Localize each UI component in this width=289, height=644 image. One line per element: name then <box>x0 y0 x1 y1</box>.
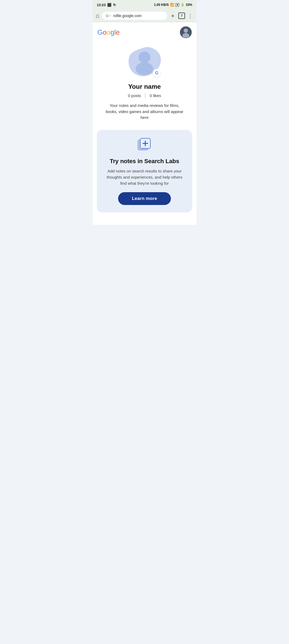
svg-point-4 <box>136 62 153 75</box>
google-header: Google <box>93 22 196 41</box>
browser-bar: ⌂ ⊙− rofile.google.com ＋ 7 ⋮ <box>93 10 196 22</box>
status-bar: 13:23 ⬛ ↻ 1.00 KB/S 📶 ✕ 🔋 33% <box>93 0 196 10</box>
cast-icon: ⬛ <box>107 3 111 7</box>
url-display: rofile.google.com <box>113 14 142 18</box>
home-icon[interactable]: ⌂ <box>96 12 99 19</box>
speed-display: 1.00 KB/S <box>154 3 169 7</box>
profile-avatar: G <box>127 46 162 78</box>
labs-title: Try notes in Search Labs <box>110 158 179 165</box>
new-tab-icon[interactable]: ＋ <box>170 12 176 20</box>
status-time: 13:23 ⬛ ↻ <box>97 3 116 7</box>
avatar-image <box>180 26 192 38</box>
search-labs-card: Try notes in Search Labs Add notes on se… <box>97 130 192 213</box>
logo-g2: g <box>110 28 114 37</box>
svg-point-2 <box>182 33 189 38</box>
profile-description: Your notes and media reviews for films, … <box>105 103 184 121</box>
status-right: 1.00 KB/S 📶 ✕ 🔋 33% <box>154 3 192 7</box>
google-badge: G <box>153 69 161 77</box>
learn-more-button[interactable]: Learn more <box>118 192 171 205</box>
profile-stats: 0 posts 0 likes <box>128 93 161 98</box>
security-icon: ⊙− <box>106 14 111 18</box>
battery-display: 33% <box>186 3 192 7</box>
svg-point-3 <box>139 51 150 63</box>
likes-count: 0 likes <box>150 93 161 98</box>
avatar[interactable] <box>180 26 192 38</box>
wifi-icon: 📶 <box>170 3 174 7</box>
sim-icon: ✕ <box>175 3 179 7</box>
logo-o1: o <box>103 28 106 37</box>
posts-count: 0 posts <box>128 93 141 98</box>
address-bar[interactable]: ⊙− rofile.google.com <box>102 12 167 20</box>
tab-count-button[interactable]: 7 <box>178 13 185 19</box>
menu-icon[interactable]: ⋮ <box>188 13 193 19</box>
profile-section: G Your name 0 posts 0 likes Your notes a… <box>93 41 196 123</box>
stat-divider <box>145 93 145 98</box>
logo-e: e <box>116 28 119 37</box>
main-content: Google G <box>93 22 196 225</box>
time-display: 13:23 <box>97 3 106 7</box>
logo-g: G <box>97 28 103 37</box>
google-logo: Google <box>97 28 120 37</box>
svg-point-1 <box>184 29 188 33</box>
sync-icon: ↻ <box>113 3 116 7</box>
logo-o2: o <box>107 28 110 37</box>
battery-icon: 🔋 <box>180 3 184 7</box>
profile-name: Your name <box>128 83 161 90</box>
labs-icon-wrap <box>137 138 152 154</box>
labs-icon <box>137 138 152 152</box>
labs-description: Add notes on search results to share you… <box>106 168 183 187</box>
